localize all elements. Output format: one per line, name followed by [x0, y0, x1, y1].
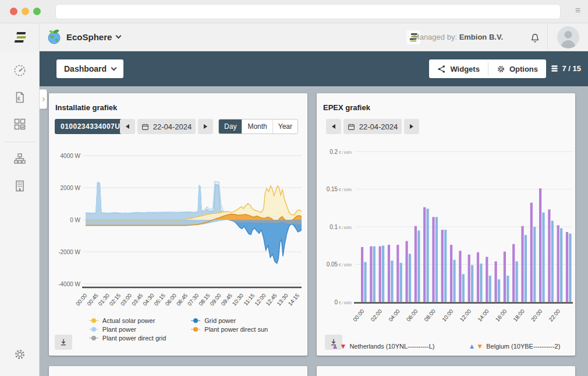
- legend-item[interactable]: ▲▼Belgium (10YBE----------2): [468, 343, 560, 350]
- bar-be: [489, 276, 491, 302]
- bar-be: [569, 234, 571, 302]
- bar-be: [516, 261, 518, 302]
- partial-card: [49, 366, 307, 376]
- svg-text:06:00: 06:00: [164, 292, 178, 307]
- tab-year[interactable]: Year: [272, 120, 297, 133]
- widgets-button-label: Widgets: [450, 65, 479, 73]
- svg-text:-2000 W: -2000 W: [58, 249, 80, 255]
- legend-item[interactable]: Plant power direct sun: [190, 326, 268, 333]
- epex-chart-svg: 0.2 € / kWh0.15 € / kWh0.1 € / kWh0.05 €…: [317, 142, 575, 330]
- svg-text:14:15: 14:15: [286, 292, 300, 307]
- close-window-icon[interactable]: [10, 8, 17, 15]
- managed-by-label: Managed by:: [413, 33, 457, 41]
- bar-nl: [530, 203, 533, 302]
- svg-text:0.1 € / kWh: 0.1 € / kWh: [330, 224, 352, 230]
- svg-text:0.05 € / kWh: 0.05 € / kWh: [327, 261, 352, 268]
- epex-legend: ▲▼Netherlands (10YNL----------L)▲▼Belgiu…: [317, 343, 575, 350]
- legend-label: Plant power: [102, 326, 136, 333]
- prev-day-button[interactable]: [120, 119, 135, 134]
- arrow-left-icon: [126, 124, 129, 129]
- legend-marker-icon: [88, 335, 99, 341]
- svg-text:01:30: 01:30: [97, 292, 111, 307]
- tab-day[interactable]: Day: [219, 120, 242, 133]
- bar-be: [551, 221, 554, 302]
- bar-be: [444, 230, 447, 302]
- person-icon: [557, 26, 579, 48]
- svg-text:02:15: 02:15: [108, 292, 122, 307]
- bar-nl: [423, 207, 426, 302]
- svg-text:00:00: 00:00: [75, 292, 88, 307]
- svg-text:00:45: 00:45: [86, 292, 100, 307]
- options-button[interactable]: Options: [488, 59, 546, 78]
- sidebar-logo[interactable]: [0, 23, 40, 51]
- legend-label: Netherlands (10YNL----------L): [349, 343, 434, 350]
- date-picker-button[interactable]: 22-04-2024: [137, 119, 196, 134]
- bar-nl: [504, 252, 506, 302]
- svg-text:€: €: [17, 96, 20, 101]
- document-icon: €: [13, 90, 27, 104]
- legend-item[interactable]: Grid power: [190, 317, 268, 324]
- legend-item[interactable]: Plant power direct grid: [88, 335, 166, 342]
- bar-be: [560, 229, 562, 302]
- maximize-window-icon[interactable]: [33, 8, 41, 15]
- bar-be: [391, 261, 393, 302]
- bar-be: [417, 230, 420, 302]
- widget-counter: 7 / 15: [550, 64, 581, 73]
- sidebar-item-sitemap[interactable]: [13, 152, 27, 166]
- minimize-window-icon[interactable]: [22, 8, 29, 15]
- date-value: 22-04-2024: [359, 122, 398, 131]
- legend-item[interactable]: Actual solar power: [88, 317, 166, 324]
- down-triangle-icon: ▼: [476, 343, 483, 350]
- avatar[interactable]: [557, 26, 579, 48]
- svg-text:0.15 € / kWh: 0.15 € / kWh: [327, 186, 352, 192]
- tab-month[interactable]: Month: [242, 120, 272, 133]
- navbar-actions: Widgets Options: [429, 59, 546, 78]
- bar-be: [427, 209, 429, 302]
- legend-item[interactable]: ▲▼Netherlands (10YNL----------L): [332, 343, 435, 350]
- widgets-grid-icon: [13, 117, 27, 131]
- settings-gear-icon: [13, 347, 27, 361]
- brand[interactable]: EcoSphere: [47, 29, 121, 44]
- svg-text:08:00: 08:00: [423, 308, 437, 322]
- bar-be: [462, 274, 465, 302]
- next-day-button[interactable]: [198, 119, 213, 134]
- widget-counter-value: 7 / 15: [562, 64, 581, 73]
- sidebar-item-dashboard[interactable]: [13, 64, 27, 78]
- svg-text:08:15: 08:15: [197, 292, 211, 307]
- legend-item[interactable]: Plant power: [88, 326, 166, 333]
- dashboard-selector[interactable]: Dashboard: [56, 59, 123, 78]
- bar-nl: [548, 209, 550, 302]
- bar-be: [542, 212, 544, 302]
- date-picker-button[interactable]: 22-04-2024: [343, 119, 402, 134]
- bar-be: [373, 247, 376, 302]
- sidebar-expander[interactable]: [40, 89, 47, 109]
- share-nodes-icon: [437, 65, 446, 73]
- widgets-button[interactable]: Widgets: [429, 59, 487, 78]
- prev-day-button[interactable]: [326, 119, 341, 134]
- sidebar-item-settings[interactable]: [13, 347, 27, 361]
- sidebar-item-buildings[interactable]: [13, 179, 27, 193]
- bell-icon: [529, 31, 541, 44]
- address-bar[interactable]: [55, 4, 561, 19]
- bar-be: [525, 235, 527, 302]
- bar-be: [382, 245, 384, 302]
- bar-be: [453, 260, 455, 302]
- sidebar-item-documents[interactable]: €: [13, 90, 27, 104]
- notifications-button[interactable]: [529, 31, 541, 46]
- svg-text:16:00: 16:00: [494, 308, 508, 322]
- bar-be: [364, 262, 366, 302]
- browser-chrome: ≡: [0, 0, 588, 23]
- bar-nl: [388, 245, 390, 302]
- browser-menu-icon[interactable]: ≡: [575, 5, 580, 16]
- legend-marker-icon: [190, 326, 201, 332]
- sidebar-item-widgets[interactable]: [13, 117, 27, 131]
- device-id-badge[interactable]: 0100234334007U: [55, 119, 126, 134]
- bar-nl: [566, 232, 568, 302]
- svg-text:06:00: 06:00: [405, 308, 419, 322]
- bar-nl: [495, 261, 497, 302]
- avatar-zone: [547, 23, 588, 51]
- svg-text:09:00: 09:00: [208, 292, 222, 307]
- svg-text:03:45: 03:45: [130, 292, 144, 307]
- next-day-button[interactable]: [404, 119, 419, 134]
- svg-text:2000 W: 2000 W: [61, 185, 81, 191]
